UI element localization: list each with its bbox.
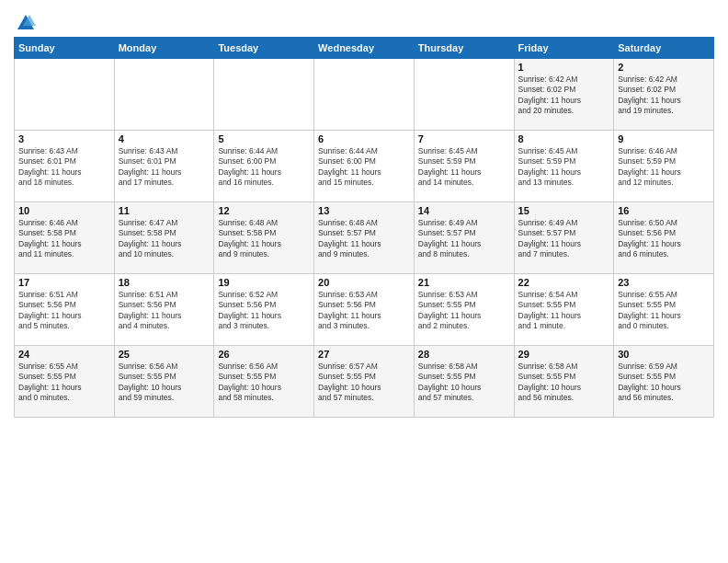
day-info: Sunrise: 6:49 AM Sunset: 5:57 PM Dayligh… — [518, 218, 610, 260]
day-info: Sunrise: 6:53 AM Sunset: 5:55 PM Dayligh… — [418, 290, 510, 332]
day-number: 5 — [218, 133, 310, 144]
calendar-cell: 25Sunrise: 6:56 AM Sunset: 5:55 PM Dayli… — [114, 346, 214, 418]
day-number: 22 — [518, 277, 610, 288]
day-number: 1 — [518, 62, 610, 73]
calendar-cell: 3Sunrise: 6:43 AM Sunset: 6:01 PM Daylig… — [15, 131, 115, 202]
day-number: 6 — [318, 133, 410, 144]
calendar-cell: 8Sunrise: 6:45 AM Sunset: 5:59 PM Daylig… — [514, 131, 614, 202]
calendar-table: SundayMondayTuesdayWednesdayThursdayFrid… — [14, 37, 714, 418]
day-info: Sunrise: 6:46 AM Sunset: 5:59 PM Dayligh… — [618, 146, 710, 189]
calendar-cell: 1Sunrise: 6:42 AM Sunset: 6:02 PM Daylig… — [514, 59, 614, 131]
day-number: 20 — [318, 277, 410, 288]
calendar-cell: 15Sunrise: 6:49 AM Sunset: 5:57 PM Dayli… — [514, 202, 614, 274]
day-info: Sunrise: 6:45 AM Sunset: 5:59 PM Dayligh… — [418, 146, 510, 189]
day-info: Sunrise: 6:50 AM Sunset: 5:56 PM Dayligh… — [618, 218, 710, 260]
day-info: Sunrise: 6:45 AM Sunset: 5:59 PM Dayligh… — [518, 146, 610, 189]
calendar-cell — [414, 59, 514, 131]
day-info: Sunrise: 6:44 AM Sunset: 6:00 PM Dayligh… — [318, 146, 410, 189]
day-info: Sunrise: 6:43 AM Sunset: 6:01 PM Dayligh… — [119, 146, 210, 189]
calendar-cell: 6Sunrise: 6:44 AM Sunset: 6:00 PM Daylig… — [314, 131, 415, 202]
calendar-cell: 24Sunrise: 6:55 AM Sunset: 5:55 PM Dayli… — [15, 346, 115, 418]
calendar-cell — [15, 59, 115, 131]
day-number: 2 — [618, 62, 710, 73]
day-number: 11 — [119, 205, 210, 216]
day-info: Sunrise: 6:54 AM Sunset: 5:55 PM Dayligh… — [518, 290, 610, 332]
week-row-3: 10Sunrise: 6:46 AM Sunset: 5:58 PM Dayli… — [15, 202, 714, 274]
calendar-cell: 5Sunrise: 6:44 AM Sunset: 6:00 PM Daylig… — [214, 131, 314, 202]
day-info: Sunrise: 6:46 AM Sunset: 5:58 PM Dayligh… — [18, 218, 110, 260]
day-info: Sunrise: 6:51 AM Sunset: 5:56 PM Dayligh… — [18, 290, 110, 332]
col-header-wednesday: Wednesday — [314, 38, 415, 59]
day-number: 19 — [218, 277, 310, 288]
day-info: Sunrise: 6:44 AM Sunset: 6:00 PM Dayligh… — [218, 146, 310, 189]
day-info: Sunrise: 6:57 AM Sunset: 5:55 PM Dayligh… — [318, 362, 410, 404]
day-number: 12 — [218, 205, 310, 216]
day-info: Sunrise: 6:58 AM Sunset: 5:55 PM Dayligh… — [418, 362, 510, 404]
calendar-cell: 9Sunrise: 6:46 AM Sunset: 5:59 PM Daylig… — [614, 131, 714, 202]
day-number: 7 — [418, 133, 510, 144]
day-number: 14 — [418, 205, 510, 216]
day-number: 9 — [618, 133, 710, 144]
day-info: Sunrise: 6:58 AM Sunset: 5:55 PM Dayligh… — [518, 362, 610, 404]
day-info: Sunrise: 6:42 AM Sunset: 6:02 PM Dayligh… — [518, 75, 610, 117]
calendar-cell: 4Sunrise: 6:43 AM Sunset: 6:01 PM Daylig… — [114, 131, 214, 202]
day-info: Sunrise: 6:49 AM Sunset: 5:57 PM Dayligh… — [418, 218, 510, 260]
calendar-cell: 13Sunrise: 6:48 AM Sunset: 5:57 PM Dayli… — [314, 202, 415, 274]
logo — [14, 13, 36, 31]
day-info: Sunrise: 6:51 AM Sunset: 5:56 PM Dayligh… — [119, 290, 210, 332]
calendar-cell: 16Sunrise: 6:50 AM Sunset: 5:56 PM Dayli… — [614, 202, 714, 274]
calendar-cell: 26Sunrise: 6:56 AM Sunset: 5:55 PM Dayli… — [214, 346, 314, 418]
calendar-cell: 23Sunrise: 6:55 AM Sunset: 5:55 PM Dayli… — [614, 274, 714, 346]
calendar-cell: 29Sunrise: 6:58 AM Sunset: 5:55 PM Dayli… — [514, 346, 614, 418]
day-number: 28 — [418, 349, 510, 360]
calendar-cell: 10Sunrise: 6:46 AM Sunset: 5:58 PM Dayli… — [15, 202, 115, 274]
day-number: 8 — [518, 133, 610, 144]
calendar-cell: 21Sunrise: 6:53 AM Sunset: 5:55 PM Dayli… — [414, 274, 514, 346]
calendar-cell: 17Sunrise: 6:51 AM Sunset: 5:56 PM Dayli… — [15, 274, 115, 346]
day-number: 13 — [318, 205, 410, 216]
calendar-cell: 20Sunrise: 6:53 AM Sunset: 5:56 PM Dayli… — [314, 274, 415, 346]
day-number: 21 — [418, 277, 510, 288]
day-info: Sunrise: 6:55 AM Sunset: 5:55 PM Dayligh… — [618, 290, 710, 332]
day-number: 24 — [18, 349, 110, 360]
calendar-cell — [114, 59, 214, 131]
day-info: Sunrise: 6:47 AM Sunset: 5:58 PM Dayligh… — [119, 218, 210, 260]
day-number: 18 — [119, 277, 210, 288]
day-number: 3 — [18, 133, 110, 144]
week-row-5: 24Sunrise: 6:55 AM Sunset: 5:55 PM Dayli… — [15, 346, 714, 418]
header — [14, 9, 714, 31]
day-number: 26 — [218, 349, 310, 360]
day-number: 23 — [618, 277, 710, 288]
col-header-sunday: Sunday — [15, 38, 115, 59]
day-info: Sunrise: 6:52 AM Sunset: 5:56 PM Dayligh… — [218, 290, 310, 332]
calendar-cell: 19Sunrise: 6:52 AM Sunset: 5:56 PM Dayli… — [214, 274, 314, 346]
day-number: 17 — [18, 277, 110, 288]
page-container: SundayMondayTuesdayWednesdayThursdayFrid… — [0, 0, 728, 425]
day-info: Sunrise: 6:48 AM Sunset: 5:58 PM Dayligh… — [218, 218, 310, 260]
day-number: 27 — [318, 349, 410, 360]
week-row-1: 1Sunrise: 6:42 AM Sunset: 6:02 PM Daylig… — [15, 59, 714, 131]
col-header-friday: Friday — [514, 38, 614, 59]
day-number: 15 — [518, 205, 610, 216]
day-number: 10 — [18, 205, 110, 216]
calendar-cell: 18Sunrise: 6:51 AM Sunset: 5:56 PM Dayli… — [114, 274, 214, 346]
day-info: Sunrise: 6:56 AM Sunset: 5:55 PM Dayligh… — [218, 362, 310, 404]
logo-icon — [16, 13, 36, 33]
week-row-4: 17Sunrise: 6:51 AM Sunset: 5:56 PM Dayli… — [15, 274, 714, 346]
day-info: Sunrise: 6:43 AM Sunset: 6:01 PM Dayligh… — [18, 146, 110, 189]
calendar-cell: 2Sunrise: 6:42 AM Sunset: 6:02 PM Daylig… — [614, 59, 714, 131]
calendar-cell — [314, 59, 415, 131]
calendar-cell: 7Sunrise: 6:45 AM Sunset: 5:59 PM Daylig… — [414, 131, 514, 202]
day-number: 30 — [618, 349, 710, 360]
col-header-saturday: Saturday — [614, 38, 714, 59]
day-info: Sunrise: 6:42 AM Sunset: 6:02 PM Dayligh… — [618, 75, 710, 117]
day-number: 29 — [518, 349, 610, 360]
calendar-header-row: SundayMondayTuesdayWednesdayThursdayFrid… — [15, 38, 714, 59]
day-number: 4 — [119, 133, 210, 144]
day-info: Sunrise: 6:55 AM Sunset: 5:55 PM Dayligh… — [18, 362, 110, 404]
week-row-2: 3Sunrise: 6:43 AM Sunset: 6:01 PM Daylig… — [15, 131, 714, 202]
calendar-cell: 22Sunrise: 6:54 AM Sunset: 5:55 PM Dayli… — [514, 274, 614, 346]
day-number: 25 — [119, 349, 210, 360]
day-info: Sunrise: 6:56 AM Sunset: 5:55 PM Dayligh… — [119, 362, 210, 404]
calendar-cell: 11Sunrise: 6:47 AM Sunset: 5:58 PM Dayli… — [114, 202, 214, 274]
